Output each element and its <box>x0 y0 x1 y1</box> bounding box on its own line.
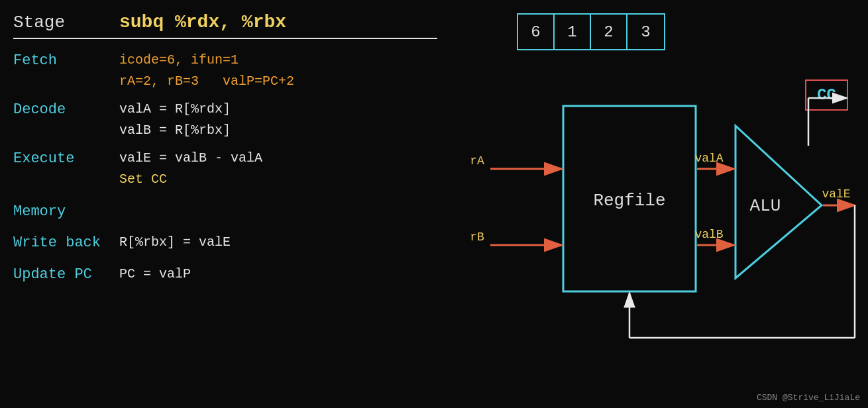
regfile-label: Regfile <box>593 191 665 211</box>
decode-row: Decode valA = R[%rdx] valB = R[%rbx] <box>13 100 437 140</box>
watermark: CSDN @Strive_LiJiaLe <box>757 393 860 403</box>
alu-label: ALU <box>750 196 781 216</box>
execute-row: Execute valE = valB - valA Set CC <box>13 149 437 189</box>
fetch-line-1: icode=6, ifun=1 <box>119 51 294 70</box>
right-panel: 6 1 2 3 CC Regfile ALU rA rB valA <box>451 0 868 408</box>
stage-column-label: Stage <box>13 13 119 32</box>
writeback-line-1: R[%rbx] = valE <box>119 233 231 252</box>
pipeline-diagram: Regfile ALU rA rB valA valB valE <box>451 0 868 408</box>
writeback-label: Write back <box>13 233 119 251</box>
decode-content: valA = R[%rdx] valB = R[%rbx] <box>119 100 231 140</box>
updatepc-label: Update PC <box>13 265 119 283</box>
main-container: Stage subq %rdx, %rbx Fetch icode=6, ifu… <box>0 0 868 408</box>
decode-label: Decode <box>13 100 119 118</box>
stage-header: Stage subq %rdx, %rbx <box>13 12 437 39</box>
writeback-row: Write back R[%rbx] = valE <box>13 233 437 252</box>
execute-label: Execute <box>13 149 119 167</box>
updatepc-content: PC = valP <box>119 265 191 283</box>
execute-content: valE = valB - valA Set CC <box>119 149 262 189</box>
valB-label: valB <box>694 228 723 241</box>
fetch-content: icode=6, ifun=1 rA=2, rB=3 valP=PC+2 <box>119 51 294 91</box>
decode-line-1: valA = R[%rdx] <box>119 100 231 119</box>
rB-label: rB <box>470 230 484 244</box>
fetch-label: Fetch <box>13 51 119 69</box>
memory-row: Memory <box>13 202 437 220</box>
updatepc-line-1: PC = valP <box>119 265 191 283</box>
instruction-text: subq %rdx, %rbx <box>119 12 286 32</box>
fetch-row: Fetch icode=6, ifun=1 rA=2, rB=3 valP=PC… <box>13 51 437 91</box>
rA-label: rA <box>470 154 484 168</box>
execute-line-2: Set CC <box>119 170 262 189</box>
left-panel: Stage subq %rdx, %rbx Fetch icode=6, ifu… <box>0 0 451 408</box>
updatepc-row: Update PC PC = valP <box>13 265 437 283</box>
decode-line-2: valB = R[%rbx] <box>119 121 231 140</box>
execute-line-1: valE = valB - valA <box>119 149 262 168</box>
valA-label: valA <box>694 152 723 165</box>
fetch-line-2: rA=2, rB=3 valP=PC+2 <box>119 72 294 91</box>
writeback-content: R[%rbx] = valE <box>119 233 231 252</box>
valE-label: valE <box>822 187 850 201</box>
memory-label: Memory <box>13 202 119 220</box>
